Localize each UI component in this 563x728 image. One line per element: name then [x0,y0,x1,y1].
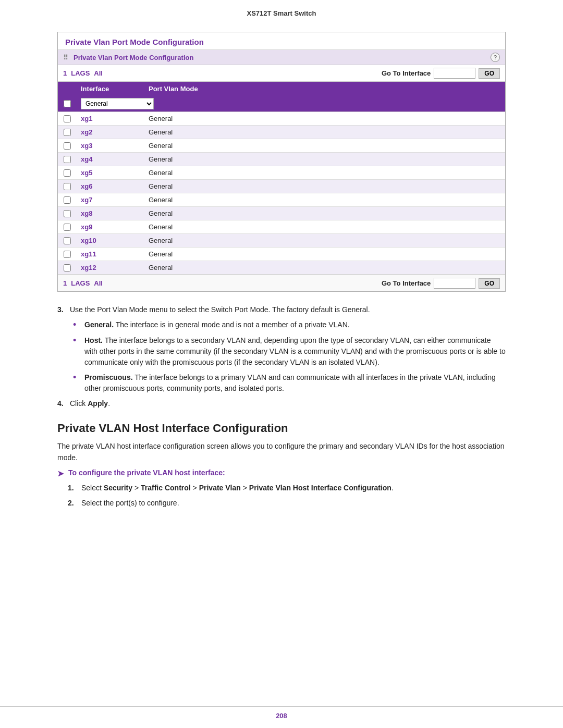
data-rows-container: xg1Generalxg2Generalxg3Generalxg4General… [58,112,505,275]
row-interface-cell: xg10 [77,234,144,247]
row-checkbox-cell[interactable] [58,126,77,139]
go-to-input-bottom[interactable] [434,278,475,289]
table-header-row: Interface Port Vlan Mode [58,82,505,96]
bottom-nav-link-lags[interactable]: LAGS [71,279,90,287]
row-checkbox-cell[interactable] [58,167,77,179]
row-checkbox-input[interactable] [64,115,71,122]
bulk-select-checkbox-cell[interactable] [58,97,77,110]
bullet-list: • General. The interface is in general m… [73,319,506,394]
nav-link-all[interactable]: All [94,69,103,77]
step-3: 3. Use the Port Vlan Mode menu to select… [57,304,506,315]
step-3-num: 3. [57,304,66,315]
row-interface-cell: xg11 [77,248,144,261]
row-checkbox-cell[interactable] [58,262,77,274]
bulk-port-vlan-select[interactable]: General Host Promiscuous [81,98,154,109]
bulk-checkbox[interactable] [64,100,71,107]
step-3-text: Use the Port Vlan Mode menu to select th… [70,304,370,315]
row-interface-cell: xg5 [77,166,144,179]
row-checkbox-input[interactable] [64,210,71,217]
bottom-nav-link-all[interactable]: All [94,279,103,287]
row-interface-cell: xg3 [77,139,144,152]
table-row: xg8General [58,207,505,220]
row-port-vlan-cell: General [144,234,505,247]
row-checkbox-cell[interactable] [58,153,77,166]
row-checkbox-input[interactable] [64,129,71,136]
row-port-vlan-cell: General [144,261,505,274]
th-port-vlan: Port Vlan Mode [144,82,505,96]
bullet-text-host: Host. The interface belongs to a seconda… [84,335,506,368]
nav-link-lags[interactable]: LAGS [71,69,90,77]
row-checkbox-input[interactable] [64,169,71,177]
table-row: xg12General [58,261,505,275]
row-port-vlan-cell: General [144,126,505,139]
bulk-select-cell: General Host Promiscuous [77,96,505,112]
row-checkbox-input[interactable] [64,183,71,190]
nav-link-1[interactable]: 1 [63,69,67,77]
bulk-edit-row: General Host Promiscuous [58,96,505,112]
row-checkbox-input[interactable] [64,156,71,163]
row-checkbox-input[interactable] [64,142,71,150]
num-step-2: 2. Select the port(s) to configure. [68,498,506,509]
table-row: xg4General [58,153,505,166]
content-area: Private Vlan Port Mode Configuration ⠿ P… [57,21,506,523]
row-port-vlan-cell: General [144,220,505,233]
table-subtitle-row: ⠿ Private Vlan Port Mode Configuration ? [58,50,505,65]
table-subtitle-label: Private Vlan Port Mode Configuration [74,54,193,61]
numbered-steps: 1. Select Security > Traffic Control > P… [68,483,506,509]
row-checkbox-cell[interactable] [58,248,77,261]
row-checkbox-cell[interactable] [58,180,77,193]
table-subtitle-left: ⠿ Private Vlan Port Mode Configuration [63,54,193,61]
row-port-vlan-cell: General [144,207,505,220]
row-checkbox-input[interactable] [64,237,71,244]
row-interface-cell: xg2 [77,126,144,139]
table-row: xg6General [58,180,505,193]
row-port-vlan-cell: General [144,193,505,206]
num-step-1-num: 1. [68,483,77,493]
bullet-text-promiscuous: Promiscuous. The interface belongs to a … [84,372,506,394]
go-to-label-top: Go To Interface [382,69,431,77]
drag-handle-icon: ⠿ [63,54,68,61]
num-step-2-text: Select the port(s) to configure. [81,498,179,509]
row-checkbox-input[interactable] [64,196,71,204]
row-port-vlan-cell: General [144,112,505,125]
row-port-vlan-cell: General [144,166,505,179]
go-to-input-top[interactable] [434,68,475,79]
go-to-label-bottom: Go To Interface [382,279,431,287]
row-interface-cell: xg8 [77,207,144,220]
table-row: xg10General [58,234,505,248]
row-checkbox-cell[interactable] [58,140,77,152]
row-port-vlan-cell: General [144,139,505,152]
num-step-1: 1. Select Security > Traffic Control > P… [68,483,506,493]
row-checkbox-cell[interactable] [58,235,77,247]
table-title: Private Vlan Port Mode Configuration [58,32,505,50]
row-checkbox-cell[interactable] [58,221,77,233]
row-checkbox-input[interactable] [64,251,71,258]
bullet-dot-2: • [73,335,80,368]
row-checkbox-cell[interactable] [58,113,77,125]
bottom-nav-row: 1 LAGS All Go To Interface GO [58,275,505,291]
step-4-text: Click Apply. [70,398,110,409]
table-row: xg5General [58,166,505,180]
step-4: 4. Click Apply. [57,398,506,409]
table-row: xg2General [58,126,505,139]
row-checkbox-input[interactable] [64,224,71,231]
row-checkbox-cell[interactable] [58,207,77,220]
help-icon[interactable]: ? [491,53,500,62]
go-button-bottom[interactable]: GO [479,278,500,289]
row-interface-cell: xg7 [77,193,144,206]
go-to-interface-bottom: Go To Interface GO [382,278,500,289]
row-interface-cell: xg12 [77,261,144,274]
bullet-item-host: • Host. The interface belongs to a secon… [73,335,506,368]
go-button-top[interactable]: GO [479,68,500,79]
bottom-nav-link-1[interactable]: 1 [63,279,67,287]
row-port-vlan-cell: General [144,180,505,193]
row-interface-cell: xg1 [77,112,144,125]
step-4-num: 4. [57,398,66,409]
bullet-text-general: General. The interface is in general mod… [84,319,350,331]
row-checkbox-input[interactable] [64,264,71,272]
row-port-vlan-cell: General [144,153,505,166]
table-row: xg9General [58,220,505,234]
row-checkbox-cell[interactable] [58,194,77,206]
row-interface-cell: xg6 [77,180,144,193]
table-row: xg1General [58,112,505,126]
